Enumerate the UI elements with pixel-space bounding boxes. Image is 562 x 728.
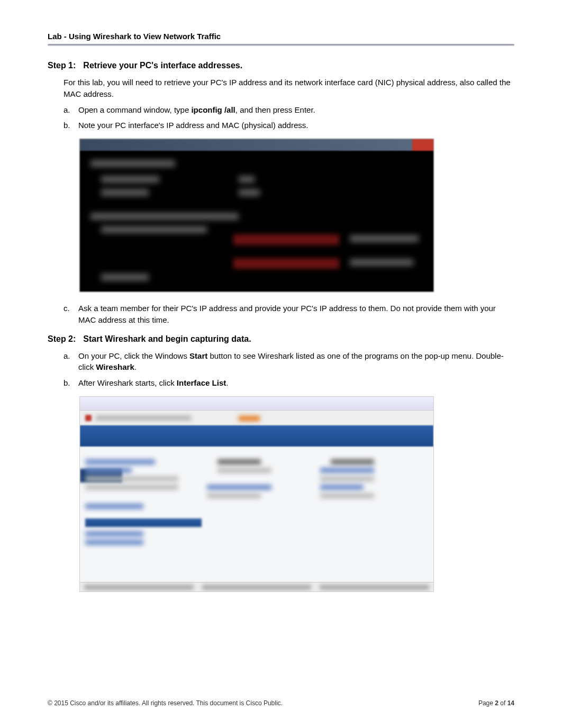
text: of [498,699,507,707]
step2-title: Start Wireshark and begin capturing data… [83,334,251,343]
list-letter: c. [64,303,78,326]
page-number: Page 2 of 14 [478,699,514,707]
cmd-window-screenshot [79,139,434,292]
text: Open a command window, type [78,105,191,114]
header-divider [48,44,514,46]
lab-header-title: Lab - Using Wireshark to View Network Tr… [48,32,514,41]
bold-text: Start [189,351,207,360]
command-text: ipconfig /all [191,105,235,114]
list-letter: a. [64,104,78,116]
step2-item-b: b. After Wireshark starts, click Interfa… [64,377,514,389]
step1-item-a: a. Open a command window, type ipconfig … [64,104,514,116]
step2-heading: Step 2:Start Wireshark and begin capturi… [48,334,514,344]
wireshark-window-screenshot [79,396,434,592]
page-current: 2 [495,699,498,707]
list-content: Ask a team member for their PC's IP addr… [78,303,514,326]
list-letter: b. [64,377,78,389]
text: Page [478,699,495,707]
list-content: Note your PC interface's IP address and … [78,120,514,131]
step1-heading: Step 1:Retrieve your PC's interface addr… [48,61,514,70]
text: . [226,378,228,387]
step1-title: Retrieve your PC's interface addresses. [83,61,242,70]
list-content: On your PC, click the Windows Start butt… [78,350,514,374]
step1-label: Step 1: [48,61,76,70]
list-content: After Wireshark starts, click Interface … [78,377,514,389]
bold-text: Wireshark [96,362,134,371]
list-letter: b. [64,120,78,131]
page-footer: © 2015 Cisco and/or its affiliates. All … [48,699,514,707]
text: After Wireshark starts, click [78,378,177,387]
step1-item-b: b. Note your PC interface's IP address a… [64,120,514,131]
copyright-text: © 2015 Cisco and/or its affiliates. All … [48,699,283,707]
text: . [134,362,137,371]
text: On your PC, click the Windows [78,351,189,360]
list-content: Open a command window, type ipconfig /al… [78,104,514,116]
text: , and then press Enter. [235,105,315,114]
step2-item-a: a. On your PC, click the Windows Start b… [64,350,514,374]
step1-intro: For this lab, you will need to retrieve … [64,77,514,100]
page-total: 14 [507,699,514,707]
step1-item-c: c. Ask a team member for their PC's IP a… [64,303,514,326]
list-letter: a. [64,350,78,374]
bold-text: Interface List [177,378,226,387]
step2-label: Step 2: [48,334,76,344]
